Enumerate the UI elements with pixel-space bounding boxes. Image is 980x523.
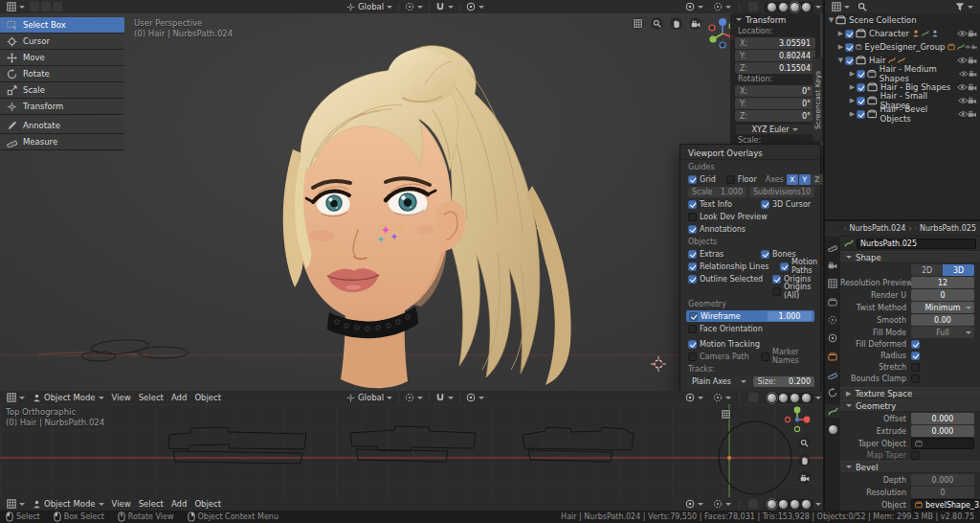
relationship-lines-checkbox[interactable]: [688, 262, 697, 271]
wireframe-checkbox[interactable]: [689, 312, 698, 321]
tab-scene[interactable]: [825, 313, 840, 327]
collection-checkbox[interactable]: [845, 43, 854, 52]
tab-modifiers[interactable]: [825, 368, 840, 381]
editor-type-button[interactable]: [3, 499, 29, 509]
motion-paths-checkbox[interactable]: [780, 262, 789, 271]
stretch-checkbox[interactable]: [911, 363, 920, 372]
disclosure-icon[interactable]: ▶: [836, 30, 845, 37]
editor-type-button[interactable]: [828, 2, 854, 11]
rendered-shading-icon[interactable]: [802, 394, 811, 402]
menu-view[interactable]: View: [108, 499, 135, 509]
shading-mode-switch[interactable]: [765, 393, 813, 403]
outliner-row-eyedesigner-group[interactable]: ▶ EyeDesigner_Group: [825, 40, 980, 54]
wireframe-shading-icon[interactable]: [768, 3, 776, 11]
3d-cursor-checkbox[interactable]: [761, 200, 769, 209]
pan-button[interactable]: [670, 17, 682, 30]
extrude-field[interactable]: 0.000: [911, 425, 974, 437]
disclosure-icon[interactable]: ▼: [836, 57, 845, 64]
tool-rotate[interactable]: Rotate: [0, 66, 124, 82]
material-shading-icon[interactable]: [791, 3, 799, 11]
bevel-panel-header[interactable]: Bevel: [840, 461, 980, 473]
eye-icon[interactable]: [957, 83, 968, 91]
outline-selected-checkbox[interactable]: [688, 275, 697, 284]
curve-3d-button[interactable]: 3D: [943, 264, 974, 276]
main-3d-viewport[interactable]: User Perspective (0) Hair | NurbsPath.02…: [0, 13, 823, 391]
lookdev-checkbox[interactable]: [688, 213, 697, 221]
wireframe-row[interactable]: Wireframe 1.000: [686, 310, 814, 322]
rendered-shading-icon[interactable]: [802, 3, 811, 11]
grid-scale-field[interactable]: Scale1.000: [688, 187, 746, 197]
eye-icon[interactable]: [959, 70, 969, 78]
rotation-x-field[interactable]: X:0°: [735, 85, 815, 97]
breadcrumb-data[interactable]: NurbsPath.025: [920, 224, 976, 233]
camera-icon[interactable]: [969, 70, 977, 78]
tracks-display-dropdown[interactable]: Plain Axes: [688, 376, 750, 387]
offset-field[interactable]: 0.000: [911, 413, 974, 424]
tool-select-box[interactable]: Select Box: [0, 17, 124, 34]
gizmo-toggle[interactable]: [681, 393, 707, 402]
twist-method-dropdown[interactable]: Minimum: [911, 302, 974, 313]
disclosure-icon[interactable]: ▶: [848, 110, 857, 118]
collection-checkbox[interactable]: [857, 70, 865, 79]
xray-toggle[interactable]: [744, 393, 763, 402]
camera-icon[interactable]: [971, 43, 977, 51]
motion-tracking-checkbox[interactable]: [688, 340, 697, 349]
menu-object[interactable]: Object: [190, 499, 225, 509]
outliner-row-hair-medium[interactable]: ▶ Hair - Medium Shapes: [825, 67, 980, 80]
grid-subdivisions-field[interactable]: Subdivisions10: [749, 187, 814, 197]
transform-orientation-dropdown[interactable]: Global: [343, 393, 396, 402]
bevel-object-field[interactable]: bevelShape_3.001×: [911, 499, 980, 511]
xray-toggle[interactable]: [744, 2, 763, 11]
rotation-z-field[interactable]: Z:0°: [735, 110, 815, 122]
camera-path-checkbox[interactable]: [688, 352, 697, 361]
proportional-edit-dropdown[interactable]: [462, 393, 488, 402]
twist-smooth-field[interactable]: 0.00: [911, 314, 974, 326]
transform-orientation-dropdown[interactable]: Global: [343, 2, 396, 11]
render-u-field[interactable]: 0: [911, 289, 974, 301]
outliner-row-character[interactable]: ▶ Character: [825, 27, 980, 40]
menu-select[interactable]: Select: [135, 499, 167, 509]
datablock-name-field[interactable]: NurbsPath.025: [857, 239, 976, 249]
mode-icon-2[interactable]: [41, 2, 51, 11]
shape-panel-header[interactable]: Shape: [840, 251, 980, 263]
menu-object[interactable]: Object: [190, 393, 225, 402]
fill-deformed-checkbox[interactable]: [911, 340, 920, 349]
solid-shading-icon[interactable]: [779, 3, 788, 11]
bounds-clamp-checkbox[interactable]: [911, 375, 920, 383]
toggle-perspective-button[interactable]: [720, 408, 732, 421]
tab-material[interactable]: [825, 422, 840, 436]
tab-view-layer[interactable]: [825, 295, 840, 308]
texture-space-panel-header[interactable]: ▶Texture Space: [840, 387, 980, 399]
tab-output[interactable]: [825, 277, 840, 290]
text-info-checkbox[interactable]: [688, 200, 697, 209]
eye-icon[interactable]: [957, 57, 968, 64]
tab-object-data[interactable]: [825, 404, 840, 418]
axis-y-button[interactable]: Y: [799, 174, 811, 185]
geometry-panel-header[interactable]: Geometry: [840, 399, 980, 412]
transform-panel-header[interactable]: Transform: [730, 13, 820, 26]
zoom-button[interactable]: [651, 17, 663, 30]
eye-icon[interactable]: [958, 97, 969, 104]
overlays-toggle[interactable]: [709, 393, 735, 402]
material-shading-icon[interactable]: [791, 394, 799, 402]
breadcrumb-object[interactable]: NurbsPath.024: [849, 224, 905, 233]
resolution-preview-field[interactable]: 12: [911, 277, 974, 288]
editor-type-button[interactable]: [3, 2, 29, 11]
bevel-resolution-field[interactable]: 0: [911, 487, 974, 498]
taper-object-field[interactable]: [911, 438, 974, 449]
tracks-size-field[interactable]: Size:0.200: [753, 376, 814, 387]
menu-select[interactable]: Select: [135, 393, 167, 402]
face-orientation-checkbox[interactable]: [688, 325, 697, 333]
curve-2d-button[interactable]: 2D: [911, 264, 943, 276]
location-x-field[interactable]: X:3.05591: [735, 37, 815, 49]
collection-checkbox[interactable]: [845, 30, 854, 38]
axis-z-button[interactable]: Z: [812, 174, 823, 185]
marker-names-checkbox[interactable]: [761, 352, 769, 361]
overlays-toggle[interactable]: [709, 2, 735, 11]
menu-view[interactable]: View: [108, 393, 135, 402]
bones-checkbox[interactable]: [761, 250, 769, 259]
wireframe-shading-icon[interactable]: [768, 394, 776, 402]
disclosure-icon[interactable]: ▶: [836, 43, 845, 51]
outliner-row-hair-bevel[interactable]: ▶ Hair - Bevel Objects: [825, 107, 980, 121]
gizmo-toggle[interactable]: [681, 499, 707, 509]
